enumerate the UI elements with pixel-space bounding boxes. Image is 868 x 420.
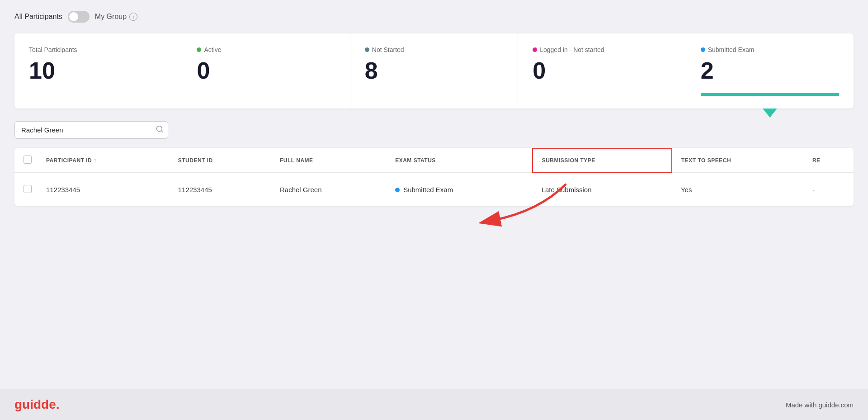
submitted-label: Submitted Exam [708, 46, 755, 53]
logged-in-value: 0 [533, 59, 671, 82]
col-header-full-name[interactable]: FULL NAME [271, 148, 386, 173]
guidde-logo: guidde. [14, 397, 60, 412]
cell-participant-id: 112233445 [37, 173, 169, 206]
col-header-re[interactable]: RE [803, 148, 854, 173]
cell-full-name: Rachel Green [271, 173, 386, 206]
stat-card-total[interactable]: Total Participants 10 [14, 33, 182, 109]
select-all-checkbox[interactable] [24, 156, 32, 164]
active-dot [197, 47, 201, 52]
not-started-value: 8 [365, 59, 503, 82]
submitted-dot [701, 47, 705, 52]
stats-row: Total Participants 10 Active 0 Not Start… [14, 33, 854, 109]
search-row [14, 121, 854, 139]
row-checkbox[interactable] [24, 185, 32, 193]
cell-exam-status: Submitted Exam [386, 173, 532, 206]
table-wrapper: PARTICIPANT ID ↑ STUDENT ID FULL NAME EX… [14, 148, 854, 206]
col-header-text-to-speech[interactable]: TEXT TO SPEECH [672, 148, 803, 173]
cell-re: - [803, 173, 854, 206]
total-participants-value: 10 [29, 59, 167, 82]
exam-status-text: Submitted Exam [403, 186, 453, 193]
total-participants-label: Total Participants [29, 46, 77, 53]
all-participants-label: All Participants [14, 13, 62, 21]
col-header-exam-status[interactable]: EXAM STATUS [386, 148, 532, 173]
submitted-value: 2 [701, 59, 839, 82]
col-header-checkbox [14, 148, 37, 173]
info-icon[interactable]: i [129, 13, 137, 21]
my-group-label: My Group i [95, 13, 137, 21]
stat-card-active[interactable]: Active 0 [182, 33, 350, 109]
active-label: Active [204, 46, 221, 53]
active-value: 0 [197, 59, 335, 82]
participants-table: PARTICIPANT ID ↑ STUDENT ID FULL NAME EX… [14, 148, 854, 206]
not-started-dot [365, 47, 369, 52]
participants-toggle[interactable] [68, 11, 90, 23]
svg-line-1 [161, 130, 162, 132]
not-started-label: Not Started [372, 46, 404, 53]
exam-status-dot [395, 188, 400, 192]
col-header-student-id[interactable]: STUDENT ID [169, 148, 271, 173]
search-button[interactable] [156, 125, 164, 135]
stat-card-submitted[interactable]: Submitted Exam 2 [686, 33, 854, 109]
cell-submission-type: Late Submission [533, 173, 672, 206]
footer-tagline: Made with guidde.com [786, 401, 854, 409]
logged-in-label: Logged in - Not started [540, 46, 604, 53]
cell-student-id: 112233445 [169, 173, 271, 206]
col-header-submission-type[interactable]: SUBMISSION TYPE [533, 148, 672, 173]
logged-in-dot [533, 47, 537, 52]
table-row: 112233445 112233445 Rachel Green Submitt… [14, 173, 854, 206]
footer: guidde. Made with guidde.com [0, 389, 868, 420]
stat-card-logged-in[interactable]: Logged in - Not started 0 [518, 33, 686, 109]
search-input[interactable] [14, 121, 168, 139]
col-header-participant-id[interactable]: PARTICIPANT ID ↑ [37, 148, 169, 173]
search-icon [156, 125, 164, 133]
stat-card-not-started[interactable]: Not Started 8 [350, 33, 518, 109]
cell-text-to-speech: Yes [672, 173, 803, 206]
